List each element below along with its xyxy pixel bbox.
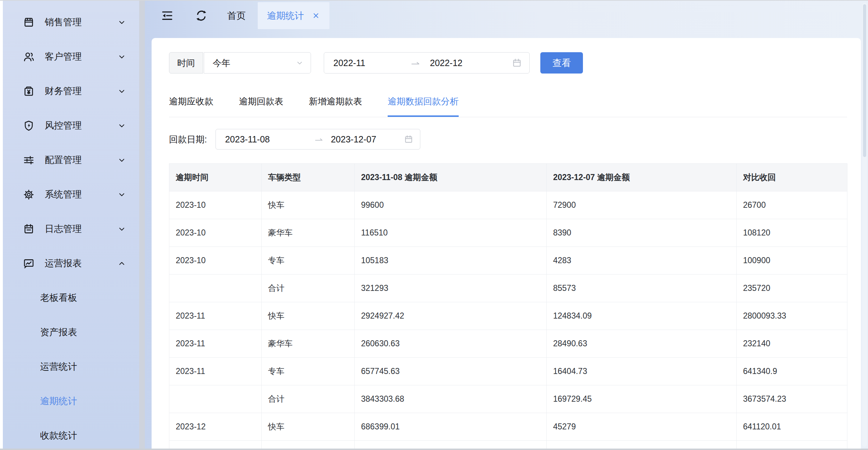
topbar: 首页 逾期统计 bbox=[145, 0, 868, 31]
repayment-date-label: 回款日期: bbox=[169, 134, 207, 145]
sidebar-item-config[interactable]: 配置管理 bbox=[3, 143, 139, 177]
sidebar-item-label: 财务管理 bbox=[45, 85, 82, 97]
sidebar-item-label: 风控管理 bbox=[45, 119, 82, 132]
content-card: 时间 今年 2022-11 2022-12 查看 bbox=[152, 38, 861, 450]
calendar-icon bbox=[404, 134, 414, 144]
sidebar-subitem-label: 收款统计 bbox=[40, 429, 77, 442]
sliders-icon bbox=[23, 154, 35, 166]
storefront-icon bbox=[23, 16, 35, 28]
sidebar-subitem-label: 运营统计 bbox=[40, 360, 77, 373]
menu-fold-icon[interactable] bbox=[160, 9, 174, 22]
col-overdue-time: 逾期时间 bbox=[169, 164, 262, 191]
sidebar-subitem-label: 老板看板 bbox=[40, 292, 77, 304]
chevron-down-icon bbox=[117, 87, 126, 96]
chevron-down-icon bbox=[117, 121, 126, 130]
tab-home[interactable]: 首页 bbox=[227, 10, 246, 22]
chevron-down-icon bbox=[117, 156, 126, 165]
sidebar-item-label: 销售管理 bbox=[45, 16, 82, 28]
chevron-down-icon bbox=[117, 224, 126, 234]
chevron-down-icon bbox=[117, 190, 126, 199]
repayment-start-value[interactable]: 2023-11-08 bbox=[225, 134, 307, 145]
sidebar-item-label: 日志管理 bbox=[45, 223, 82, 235]
page-scrollbar-thumb[interactable] bbox=[863, 4, 866, 157]
main-area: 首页 逾期统计 时间 今年 2022-1 bbox=[145, 0, 868, 450]
month-range-picker[interactable]: 2022-11 2022-12 bbox=[324, 52, 530, 74]
table-row-subtotal: 合计32129385573235720 bbox=[169, 275, 847, 302]
sidebar-item-operation-stats[interactable]: 运营统计 bbox=[3, 349, 139, 384]
chevron-down-icon bbox=[117, 52, 126, 61]
page-scrollbar[interactable] bbox=[862, 3, 867, 447]
table-row: 2023-11豪华车260630.6328490.63232140 bbox=[169, 330, 847, 358]
risk-shield-icon bbox=[23, 120, 35, 132]
table-row: 2023-10快车996007290026700 bbox=[169, 191, 847, 219]
chevron-up-icon bbox=[117, 259, 126, 268]
table-row bbox=[169, 441, 847, 450]
overdue-analysis-table: 逾期时间 车辆类型 2023-11-08 逾期金额 2023-12-07 逾期金… bbox=[169, 163, 847, 450]
repayment-date-range-picker[interactable]: 2023-11-08 2023-12-07 bbox=[215, 129, 420, 150]
sidebar-item-label: 客户管理 bbox=[45, 50, 82, 63]
refresh-icon[interactable] bbox=[195, 9, 208, 22]
col-vehicle-type: 车辆类型 bbox=[262, 164, 355, 191]
sidebar-item-customers[interactable]: 客户管理 bbox=[3, 39, 139, 74]
repayment-end-value[interactable]: 2023-12-07 bbox=[331, 134, 404, 145]
range-arrow-icon bbox=[314, 134, 324, 144]
calendar-icon bbox=[512, 58, 522, 68]
sidebar-scrollbar[interactable] bbox=[139, 0, 145, 450]
table-row: 2023-10专车1051834283100900 bbox=[169, 247, 847, 275]
sidebar-item-label: 运营报表 bbox=[45, 257, 82, 270]
tab-new-overdue-table[interactable]: 新增逾期款表 bbox=[309, 96, 362, 117]
table-row-subtotal: 合计3843303.68169729.453673574.23 bbox=[169, 385, 847, 413]
sidebar-item-risk[interactable]: 风控管理 bbox=[3, 108, 139, 143]
col-amount-end: 2023-12-07 逾期金额 bbox=[547, 164, 737, 191]
table-row: 2023-11专车657745.6316404.73641340.9 bbox=[169, 358, 847, 385]
time-select-value: 今年 bbox=[213, 57, 230, 69]
time-label: 时间 bbox=[169, 52, 203, 74]
sidebar-item-system[interactable]: 系统管理 bbox=[3, 177, 139, 212]
gear-icon bbox=[23, 189, 35, 201]
report-icon bbox=[23, 257, 35, 270]
tab-overdue-receivables[interactable]: 逾期应收款 bbox=[169, 96, 213, 117]
sidebar-item-finance[interactable]: 财务管理 bbox=[3, 74, 139, 108]
table-header-row: 逾期时间 车辆类型 2023-11-08 逾期金额 2023-12-07 逾期金… bbox=[169, 164, 847, 191]
tab-overdue-repayment-analysis[interactable]: 逾期数据回款分析 bbox=[388, 96, 459, 117]
app-window: 销售管理 客户管理 财务管理 风控 bbox=[0, 0, 868, 450]
tab-label: 逾期统计 bbox=[267, 10, 304, 22]
time-select[interactable]: 今年 bbox=[204, 52, 311, 74]
sidebar-item-collection-stats[interactable]: 收款统计 bbox=[3, 418, 139, 450]
range-arrow-icon bbox=[410, 58, 421, 68]
tab-overdue-repayment-table[interactable]: 逾期回款表 bbox=[239, 96, 283, 117]
sidebar-item-boss-board[interactable]: 老板看板 bbox=[3, 281, 139, 315]
sidebar-item-asset-report[interactable]: 资产报表 bbox=[3, 315, 139, 349]
table-row: 2023-10豪华车1165108390108120 bbox=[169, 219, 847, 247]
tab-overdue-stats[interactable]: 逾期统计 bbox=[258, 2, 329, 29]
repayment-date-row: 回款日期: 2023-11-08 2023-12-07 bbox=[169, 129, 847, 150]
finance-icon bbox=[23, 85, 35, 97]
sidebar-item-sales[interactable]: 销售管理 bbox=[3, 5, 139, 39]
table-row: 2023-11快车2924927.42124834.092800093.33 bbox=[169, 302, 847, 330]
sidebar-item-overdue-stats[interactable]: 逾期统计 bbox=[3, 384, 139, 418]
close-icon[interactable] bbox=[312, 11, 320, 20]
col-amount-start: 2023-11-08 逾期金额 bbox=[355, 164, 547, 191]
sidebar-item-label: 系统管理 bbox=[45, 188, 82, 201]
chevron-down-icon bbox=[295, 58, 304, 67]
view-button[interactable]: 查看 bbox=[540, 52, 583, 74]
table-row: 2023-12快车686399.0145279641120.01 bbox=[169, 413, 847, 441]
col-recovered: 对比收回 bbox=[737, 164, 847, 191]
customers-icon bbox=[23, 51, 35, 63]
range-start-value[interactable]: 2022-11 bbox=[333, 58, 401, 68]
chevron-down-icon bbox=[117, 18, 126, 27]
workspace: 时间 今年 2022-11 2022-12 查看 bbox=[145, 31, 868, 450]
sidebar-item-label: 配置管理 bbox=[45, 154, 82, 166]
subtabs: 逾期应收款 逾期回款表 新增逾期款表 逾期数据回款分析 bbox=[169, 96, 847, 117]
sidebar-subitem-label: 逾期统计 bbox=[40, 395, 77, 407]
sidebar-item-reports[interactable]: 运营报表 bbox=[3, 246, 139, 281]
sidebar-subitem-label: 资产报表 bbox=[40, 326, 77, 338]
filter-row: 时间 今年 2022-11 2022-12 查看 bbox=[169, 52, 847, 74]
range-end-value[interactable]: 2022-12 bbox=[430, 58, 512, 68]
log-icon bbox=[23, 223, 35, 235]
sidebar-item-logs[interactable]: 日志管理 bbox=[3, 212, 139, 246]
sidebar: 销售管理 客户管理 财务管理 风控 bbox=[0, 0, 145, 450]
